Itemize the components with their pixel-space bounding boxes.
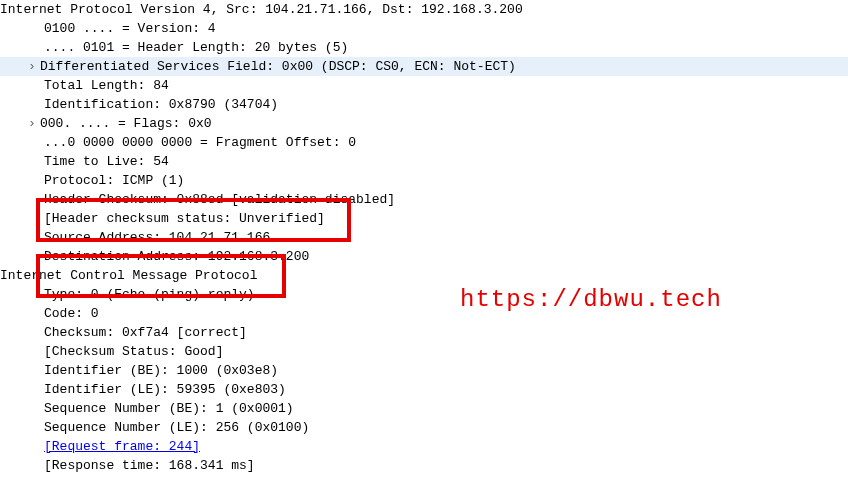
icmp-sequence-be[interactable]: Sequence Number (BE): 1 (0x0001) bbox=[0, 399, 848, 418]
icmp-checksum[interactable]: Checksum: 0xf7a4 [correct] bbox=[0, 323, 848, 342]
ipv4-flags-text: 000. .... = Flags: 0x0 bbox=[40, 116, 212, 131]
expand-toggle-icon[interactable] bbox=[28, 57, 40, 76]
ipv4-identification[interactable]: Identification: 0x8790 (34704) bbox=[0, 95, 848, 114]
ipv4-protocol[interactable]: Protocol: ICMP (1) bbox=[0, 171, 848, 190]
icmp-identifier-be[interactable]: Identifier (BE): 1000 (0x03e8) bbox=[0, 361, 848, 380]
ipv4-header-text: Internet Protocol Version 4, Src: 104.21… bbox=[0, 2, 523, 17]
ipv4-flags[interactable]: 000. .... = Flags: 0x0 bbox=[0, 114, 848, 133]
watermark-text: https://dbwu.tech bbox=[460, 290, 722, 309]
request-frame-link[interactable]: [Request frame: 244] bbox=[44, 439, 200, 454]
packet-details-pane[interactable]: Internet Protocol Version 4, Src: 104.21… bbox=[0, 0, 848, 475]
icmp-sequence-le[interactable]: Sequence Number (LE): 256 (0x0100) bbox=[0, 418, 848, 437]
ipv4-section-header[interactable]: Internet Protocol Version 4, Src: 104.21… bbox=[0, 0, 848, 19]
ipv4-checksum-status[interactable]: [Header checksum status: Unverified] bbox=[0, 209, 848, 228]
ipv4-version[interactable]: 0100 .... = Version: 4 bbox=[0, 19, 848, 38]
icmp-identifier-le[interactable]: Identifier (LE): 59395 (0xe803) bbox=[0, 380, 848, 399]
ipv4-fragment-offset[interactable]: ...0 0000 0000 0000 = Fragment Offset: 0 bbox=[0, 133, 848, 152]
ipv4-dsfield-text: Differentiated Services Field: 0x00 (DSC… bbox=[40, 59, 516, 74]
ipv4-ttl[interactable]: Time to Live: 54 bbox=[0, 152, 848, 171]
expand-toggle-icon[interactable] bbox=[28, 114, 40, 133]
ipv4-destination-address[interactable]: Destination Address: 192.168.3.200 bbox=[0, 247, 848, 266]
icmp-response-time[interactable]: [Response time: 168.341 ms] bbox=[0, 456, 848, 475]
ipv4-checksum[interactable]: Header Checksum: 0x88ed [validation disa… bbox=[0, 190, 848, 209]
icmp-checksum-status[interactable]: [Checksum Status: Good] bbox=[0, 342, 848, 361]
ipv4-source-address[interactable]: Source Address: 104.21.71.166 bbox=[0, 228, 848, 247]
icmp-section-header[interactable]: Internet Control Message Protocol bbox=[0, 266, 848, 285]
ipv4-total-length[interactable]: Total Length: 84 bbox=[0, 76, 848, 95]
icmp-request-frame[interactable]: [Request frame: 244] bbox=[0, 437, 848, 456]
icmp-header-text: Internet Control Message Protocol bbox=[0, 268, 257, 283]
ipv4-header-length[interactable]: .... 0101 = Header Length: 20 bytes (5) bbox=[0, 38, 848, 57]
ipv4-dsfield[interactable]: Differentiated Services Field: 0x00 (DSC… bbox=[0, 57, 848, 76]
